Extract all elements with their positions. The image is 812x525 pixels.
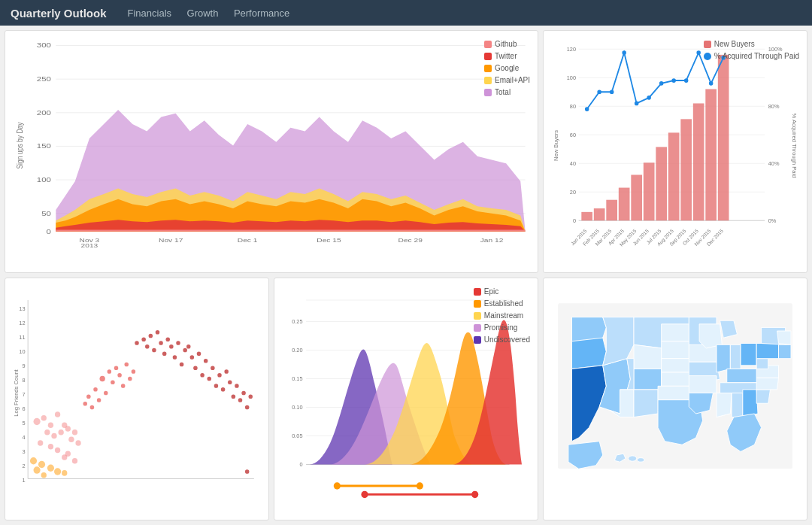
- svg-text:13: 13: [19, 305, 25, 312]
- legend-established: Established: [484, 298, 523, 310]
- svg-point-185: [361, 491, 368, 499]
- svg-point-109: [186, 344, 191, 349]
- us-map-svg: [551, 286, 799, 500]
- svg-text:Jan 12: Jan 12: [480, 237, 504, 243]
- svg-point-186: [471, 491, 478, 499]
- svg-point-121: [232, 394, 236, 399]
- scatter-svg: 1 2 3 4 5 6 7 8 9 10 11 12 13 Log Friend…: [13, 286, 261, 500]
- svg-text:120: 120: [567, 46, 576, 53]
- svg-point-58: [635, 102, 639, 106]
- svg-point-102: [162, 351, 167, 356]
- svg-point-188: [629, 456, 637, 461]
- svg-point-163: [54, 468, 61, 475]
- svg-point-153: [75, 440, 80, 446]
- svg-point-127: [100, 376, 105, 382]
- svg-point-139: [86, 394, 91, 399]
- svg-text:0: 0: [299, 461, 302, 468]
- svg-text:50: 50: [41, 210, 51, 217]
- signups-legend: Github Twitter Google Email+API Total: [484, 38, 530, 99]
- svg-rect-51: [693, 103, 704, 220]
- legend-mainstream: Mainstream: [484, 310, 523, 322]
- svg-point-142: [34, 418, 41, 426]
- svg-point-96: [149, 334, 153, 338]
- svg-point-145: [55, 411, 60, 417]
- scatter-chart: 1 2 3 4 5 6 7 8 9 10 11 12 13 Log Friend…: [5, 278, 269, 520]
- svg-point-151: [68, 436, 74, 442]
- svg-text:40: 40: [570, 160, 576, 167]
- legend-google: Google: [495, 62, 519, 74]
- svg-point-138: [97, 398, 102, 402]
- svg-rect-45: [619, 188, 630, 221]
- svg-rect-48: [656, 147, 667, 220]
- density-legend: Epic Established Mainstream Promising Un…: [474, 286, 530, 346]
- svg-text:11: 11: [19, 334, 25, 341]
- svg-text:Dec 1: Dec 1: [238, 237, 258, 243]
- svg-text:Nov 17: Nov 17: [159, 237, 183, 243]
- legend-epic: Epic: [484, 286, 498, 298]
- us-map-chart: [543, 278, 807, 520]
- legend-pct-paid: % Acquired Through Paid: [714, 50, 799, 62]
- svg-point-158: [65, 451, 71, 457]
- svg-text:12: 12: [19, 320, 25, 326]
- svg-point-105: [173, 355, 177, 360]
- svg-point-110: [197, 351, 201, 356]
- svg-point-104: [176, 341, 180, 345]
- svg-point-149: [59, 429, 64, 435]
- svg-point-150: [65, 426, 71, 432]
- svg-point-131: [117, 373, 122, 378]
- app-title: Quarterly Outlook: [11, 7, 107, 20]
- svg-point-118: [224, 369, 229, 374]
- svg-text:Sign ups by Day: Sign ups by Day: [15, 122, 24, 169]
- svg-text:0.15: 0.15: [292, 375, 302, 382]
- svg-text:7: 7: [22, 391, 25, 398]
- signups-svg: 0 50 100 150 200 250 300 Sign ups by Day…: [13, 38, 530, 253]
- svg-point-159: [72, 458, 77, 464]
- svg-text:40%: 40%: [768, 160, 780, 167]
- svg-text:60: 60: [570, 132, 576, 138]
- svg-text:6: 6: [22, 405, 25, 412]
- svg-point-60: [659, 81, 664, 86]
- svg-point-126: [249, 394, 253, 399]
- svg-point-62: [684, 78, 689, 83]
- nav-growth[interactable]: Growth: [181, 8, 225, 19]
- legend-emailapi: Email+API: [495, 74, 530, 86]
- nav-performance[interactable]: Performance: [228, 8, 295, 19]
- svg-point-56: [610, 90, 614, 94]
- svg-point-128: [108, 369, 111, 374]
- svg-point-166: [62, 470, 67, 476]
- svg-point-103: [169, 344, 174, 349]
- svg-text:100: 100: [37, 176, 52, 183]
- buyers-legend: New Buyers % Acquired Through Paid: [704, 38, 799, 62]
- svg-point-64: [709, 81, 714, 86]
- svg-rect-47: [644, 162, 655, 220]
- svg-point-108: [190, 355, 194, 360]
- svg-text:0: 0: [573, 217, 576, 224]
- buyers-svg: 0 20 40 60 80 100 120 New Buyers 0% 40% …: [551, 38, 799, 253]
- svg-point-165: [41, 472, 47, 478]
- svg-point-111: [193, 366, 198, 370]
- svg-point-63: [696, 50, 701, 55]
- svg-rect-43: [594, 208, 605, 220]
- svg-point-98: [145, 344, 150, 349]
- svg-point-167: [245, 469, 250, 474]
- svg-text:Dec 15: Dec 15: [317, 237, 341, 243]
- svg-point-94: [135, 341, 139, 345]
- nav: Financials Growth Performance: [122, 6, 296, 20]
- svg-text:150: 150: [37, 143, 52, 150]
- svg-text:0%: 0%: [768, 217, 777, 224]
- svg-point-140: [90, 405, 95, 410]
- legend-new-buyers: New Buyers: [714, 38, 755, 50]
- svg-text:Log Friends Count: Log Friends Count: [13, 369, 20, 416]
- svg-point-97: [156, 330, 160, 335]
- nav-financials[interactable]: Financials: [122, 8, 178, 19]
- svg-point-132: [125, 363, 129, 367]
- svg-text:5: 5: [22, 420, 25, 426]
- svg-point-55: [597, 90, 601, 94]
- svg-rect-42: [581, 212, 592, 220]
- svg-point-189: [638, 458, 644, 463]
- svg-point-114: [211, 366, 215, 370]
- svg-rect-46: [631, 174, 642, 220]
- svg-point-134: [128, 377, 132, 381]
- svg-text:Dec 29: Dec 29: [398, 237, 423, 243]
- svg-point-116: [214, 384, 219, 388]
